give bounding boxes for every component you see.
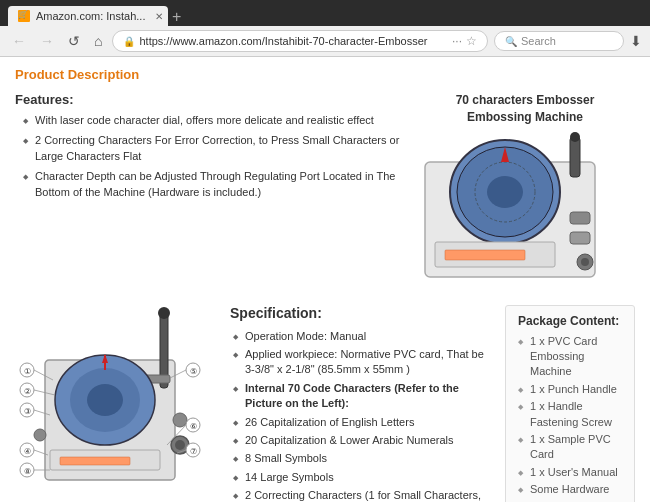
ssl-icon: 🔒 xyxy=(123,36,135,47)
pkg-5: Some Hardware xyxy=(518,482,622,497)
svg-text:③: ③ xyxy=(24,407,31,416)
svg-text:⑦: ⑦ xyxy=(190,447,197,456)
tab-close-btn[interactable]: ✕ xyxy=(155,11,163,22)
pkg-3: 1 x Sample PVC Card xyxy=(518,432,622,463)
machine-diagram: ① ② ③ ④ ⑧ ⑤ ⑥ xyxy=(15,305,205,502)
pkg-4: 1 x User's Manual xyxy=(518,465,622,480)
address-extras: ··· ☆ xyxy=(452,34,477,48)
refresh-button[interactable]: ↺ xyxy=(64,31,84,51)
features-container: Features: With laser code character dial… xyxy=(15,92,405,200)
svg-text:①: ① xyxy=(24,367,31,376)
pkg-2: 1 x Handle Fastening Screw xyxy=(518,399,622,430)
more-icon: ··· xyxy=(452,34,462,48)
svg-point-27 xyxy=(175,440,185,450)
svg-rect-1 xyxy=(570,137,580,177)
diagram-section: ① ② ③ ④ ⑧ ⑤ ⑥ xyxy=(15,305,215,502)
spec-4: 20 Capitalization & Lower Arabic Numeral… xyxy=(235,433,490,448)
svg-rect-24 xyxy=(60,457,130,465)
package-box: Package Content: 1 x PVC Card Embossing … xyxy=(505,305,635,502)
features-heading: Features: xyxy=(15,92,405,107)
spec-3: 26 Capitalization of English Letters xyxy=(235,415,490,430)
features-list: With laser code character dial, offers m… xyxy=(15,113,405,200)
home-button[interactable]: ⌂ xyxy=(90,31,106,51)
package-section: Package Content: 1 x PVC Card Embossing … xyxy=(505,305,635,502)
svg-point-13 xyxy=(581,258,589,266)
address-bar[interactable]: 🔒 https://www.amazon.com/Instahibit-70-c… xyxy=(112,30,488,52)
specs-list: Operation Mode: Manual Applied workpiece… xyxy=(230,329,490,502)
url-text: https://www.amazon.com/Instahibit-70-cha… xyxy=(139,35,448,47)
pkg-1: 1 x Punch Handle xyxy=(518,382,622,397)
star-icon: ☆ xyxy=(466,34,477,48)
svg-rect-9 xyxy=(570,232,590,244)
new-tab-btn[interactable]: + xyxy=(172,8,181,26)
svg-rect-11 xyxy=(445,250,525,260)
spec-6: 14 Large Symbols xyxy=(235,470,490,485)
search-bar[interactable]: 🔍 Search xyxy=(494,31,624,51)
svg-point-28 xyxy=(34,429,46,441)
svg-point-2 xyxy=(570,132,580,142)
svg-rect-8 xyxy=(570,212,590,224)
package-list: 1 x PVC Card Embossing Machine 1 x Punch… xyxy=(518,334,622,498)
feature-item-1: With laser code character dial, offers m… xyxy=(25,113,405,128)
nav-bar: ← → ↺ ⌂ 🔒 https://www.amazon.com/Instahi… xyxy=(0,26,650,57)
spec-1: Applied workpiece: Normative PVC card, T… xyxy=(235,347,490,378)
product-image-section: 70 characters Embosser Embossing Machine xyxy=(415,92,635,290)
svg-point-6 xyxy=(487,176,523,208)
tab-label: Amazon.com: Instah... xyxy=(36,10,145,22)
svg-point-16 xyxy=(158,307,170,319)
search-placeholder: Search xyxy=(521,35,556,47)
forward-button[interactable]: → xyxy=(36,31,58,51)
specs-section: Specification: Operation Mode: Manual Ap… xyxy=(230,305,490,502)
spec-7: 2 Correcting Characters (1 for Small Cha… xyxy=(235,488,490,502)
active-tab[interactable]: 🛒 Amazon.com: Instah... ✕ xyxy=(8,6,168,26)
svg-point-20 xyxy=(87,384,123,416)
tab-bar: 🛒 Amazon.com: Instah... ✕ + xyxy=(8,6,181,26)
svg-text:②: ② xyxy=(24,387,31,396)
package-title: Package Content: xyxy=(518,314,622,328)
svg-text:④: ④ xyxy=(24,447,31,456)
tab-favicon: 🛒 xyxy=(18,10,30,22)
spec-heading: Specification: xyxy=(230,305,490,321)
product-title: 70 characters Embosser Embossing Machine xyxy=(415,92,635,126)
svg-text:⑤: ⑤ xyxy=(190,367,197,376)
svg-point-25 xyxy=(173,413,187,427)
spec-2: Internal 70 Code Characters (Refer to th… xyxy=(235,381,490,412)
section-title: Product Description xyxy=(15,67,635,82)
machine-image-top xyxy=(415,132,615,287)
svg-text:⑧: ⑧ xyxy=(24,467,31,476)
feature-item-2: 2 Correcting Characters For Error Correc… xyxy=(25,133,405,164)
spec-5: 8 Small Symbols xyxy=(235,451,490,466)
back-button[interactable]: ← xyxy=(8,31,30,51)
pkg-0: 1 x PVC Card Embossing Machine xyxy=(518,334,622,380)
top-layout: Features: With laser code character dial… xyxy=(15,92,635,290)
svg-text:⑥: ⑥ xyxy=(190,422,197,431)
bottom-layout: ① ② ③ ④ ⑧ ⑤ ⑥ xyxy=(15,305,635,502)
feature-item-3: Character Depth can be Adjusted Through … xyxy=(25,169,405,200)
search-icon: 🔍 xyxy=(505,36,517,47)
spec-0: Operation Mode: Manual xyxy=(235,329,490,344)
browser-chrome: 🛒 Amazon.com: Instah... ✕ + xyxy=(0,0,650,26)
features-section: Features: With laser code character dial… xyxy=(15,92,405,290)
download-icon[interactable]: ⬇ xyxy=(630,33,642,49)
page-content: Product Description Features: With laser… xyxy=(0,57,650,502)
